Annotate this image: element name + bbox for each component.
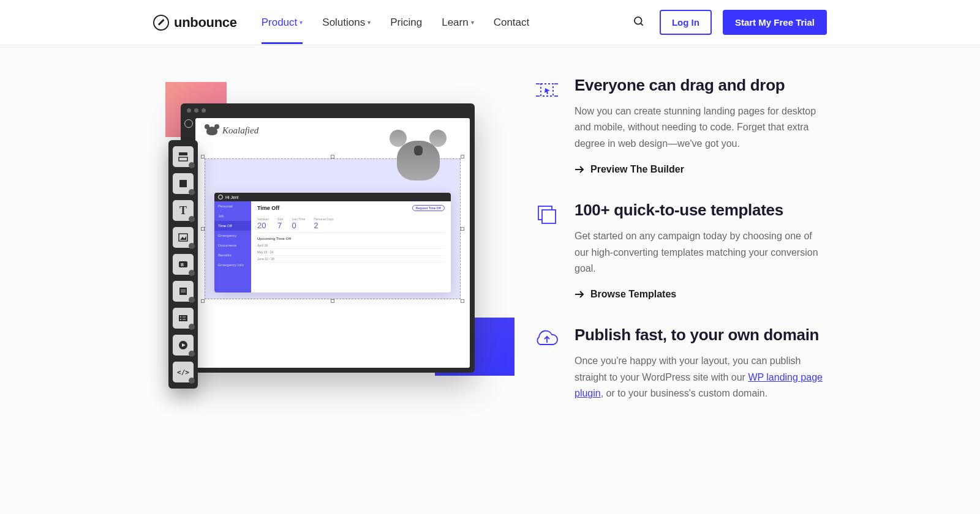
upcoming-row: April 19 <box>257 242 445 249</box>
stat-value: 20 <box>257 221 269 230</box>
nav-solutions[interactable]: Solutions ▾ <box>322 2 371 43</box>
builder-selected-section[interactable]: Hi Jen! Personal Job Time Off Emergency … <box>205 158 461 299</box>
builder-window: Koalafied Hi Jen! <box>181 103 475 373</box>
code-icon: </> <box>177 368 189 376</box>
svg-rect-9 <box>179 288 187 295</box>
svg-rect-3 <box>179 157 187 161</box>
text-icon: T <box>179 204 187 217</box>
svg-rect-26 <box>542 210 556 223</box>
chevron-down-icon: ▾ <box>471 19 474 26</box>
main-nav: Product ▾ Solutions ▾ Pricing Learn ▾ Co… <box>262 2 530 43</box>
tool-section[interactable] <box>173 146 194 167</box>
dashboard-greeting: Hi Jen! <box>225 195 239 199</box>
form-icon <box>178 286 189 297</box>
browse-templates-link[interactable]: Browse Templates <box>575 289 827 300</box>
nav-product[interactable]: Product ▾ <box>262 2 303 43</box>
cloud-upload-icon <box>533 326 561 354</box>
canvas-site-name: Koalafied <box>222 125 258 136</box>
svg-rect-2 <box>179 152 187 155</box>
koala-image <box>390 128 448 181</box>
arrow-right-icon <box>575 165 584 174</box>
nav-learn[interactable]: Learn ▾ <box>442 2 473 43</box>
tool-form[interactable] <box>173 281 194 302</box>
drag-drop-icon <box>533 76 561 104</box>
nav-contact[interactable]: Contact <box>494 2 530 43</box>
templates-icon <box>533 201 561 229</box>
dashboard-title: Time Off <box>257 205 279 211</box>
nav-label: Solutions <box>322 17 365 29</box>
nav-label: Learn <box>442 17 468 29</box>
svg-text:B: B <box>181 263 184 267</box>
section-icon <box>178 151 189 162</box>
video-icon <box>178 340 189 351</box>
tool-video[interactable] <box>173 335 194 356</box>
tool-code[interactable]: </> <box>173 362 194 382</box>
feature-title: 100+ quick-to-use templates <box>575 201 827 220</box>
svg-marker-6 <box>180 236 186 240</box>
dash-sidebar-item: Benefits <box>214 250 251 260</box>
koala-logo-icon <box>206 127 217 135</box>
svg-rect-4 <box>179 180 187 187</box>
svg-point-0 <box>635 17 642 24</box>
chevron-down-icon: ▾ <box>368 19 371 26</box>
stat-value: 2 <box>314 221 334 230</box>
tool-button[interactable]: B <box>173 254 194 275</box>
button-icon: B <box>178 260 189 269</box>
dash-sidebar-item: Emergency <box>214 231 251 240</box>
dashboard-mock: Hi Jen! Personal Job Time Off Emergency … <box>214 193 451 292</box>
feature-title: Publish fast, to your own domain <box>575 326 827 345</box>
tool-box[interactable] <box>173 173 194 194</box>
chevron-down-icon: ▾ <box>300 19 303 26</box>
site-header: unbounce Product ▾ Solutions ▾ Pricing L… <box>0 0 980 45</box>
feature-list: Everyone can drag and drop Now you can c… <box>533 70 827 440</box>
dashboard-title-row: Time Off Request Time Off <box>257 205 445 211</box>
svg-point-13 <box>180 316 181 318</box>
feature-description: Now you can create stunning landing page… <box>575 103 827 152</box>
login-button[interactable]: Log In <box>660 10 712 35</box>
tool-list[interactable] <box>173 308 194 329</box>
feature-description: Get started on any campaign today by cho… <box>575 228 827 277</box>
feature-cta-label: Preview The Builder <box>590 164 684 175</box>
feature-templates: 100+ quick-to-use templates Get started … <box>533 201 827 300</box>
upcoming-row: May 23 - 24 <box>257 249 445 256</box>
nav-label: Product <box>262 17 298 29</box>
main-content: Koalafied Hi Jen! <box>141 70 839 440</box>
stat-value: 0 <box>292 221 306 230</box>
feature-drag-drop: Everyone can drag and drop Now you can c… <box>533 76 827 175</box>
upcoming-row: June 10 - 20 <box>257 256 445 263</box>
builder-toolbar: T B </> <box>168 140 198 389</box>
tool-text[interactable]: T <box>173 200 194 221</box>
image-icon <box>178 232 189 243</box>
dashboard-topbar: Hi Jen! <box>214 193 451 201</box>
preview-builder-link[interactable]: Preview The Builder <box>575 164 827 175</box>
feature-title: Everyone can drag and drop <box>575 76 827 95</box>
brand-logo[interactable]: unbounce <box>153 15 237 31</box>
dash-sidebar-item: Time Off <box>214 221 251 231</box>
nav-pricing[interactable]: Pricing <box>390 2 422 43</box>
arrow-right-icon <box>575 290 584 299</box>
dash-sidebar-item: Documents <box>214 240 251 250</box>
list-icon <box>178 314 189 322</box>
nav-label: Contact <box>494 17 530 29</box>
upcoming-title: Upcoming Time Off <box>257 237 445 240</box>
search-button[interactable] <box>629 12 649 33</box>
brand-name: unbounce <box>174 15 237 31</box>
nav-label: Pricing <box>390 17 422 29</box>
stat-value: 7 <box>277 221 283 230</box>
dash-sidebar-item: Emergency Info <box>214 260 251 270</box>
dash-sidebar-item: Personal <box>214 201 251 211</box>
feature-publish: Publish fast, to your own domain Once yo… <box>533 326 827 414</box>
box-icon <box>178 178 189 189</box>
svg-line-1 <box>641 23 643 26</box>
window-controls <box>181 103 475 117</box>
search-icon <box>633 15 645 28</box>
tool-image[interactable] <box>173 227 194 248</box>
app-logo-icon <box>184 119 193 128</box>
start-trial-button[interactable]: Start My Free Trial <box>723 10 827 35</box>
svg-point-14 <box>180 319 181 320</box>
builder-showcase: Koalafied Hi Jen! <box>153 70 496 412</box>
request-timeoff-button: Request Time Off <box>412 205 445 211</box>
feature-description: Once you're happy with your layout, you … <box>575 353 827 401</box>
logo-mark-icon <box>153 15 169 31</box>
dash-sidebar-item: Job <box>214 211 251 221</box>
